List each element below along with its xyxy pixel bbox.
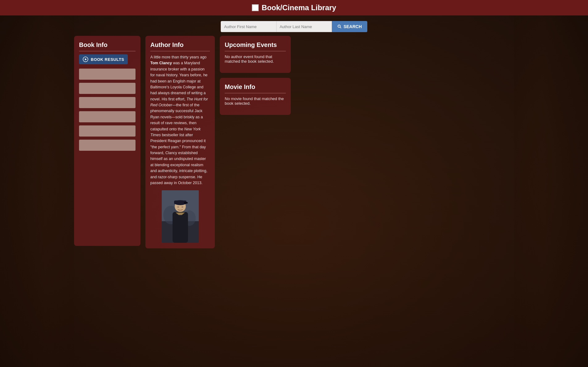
book-result-item-4[interactable] (79, 111, 136, 122)
author-photo-container (150, 190, 210, 243)
author-first-name-input[interactable] (221, 21, 276, 32)
author-photo-svg (162, 190, 199, 243)
book-info-title: Book Info (79, 41, 136, 51)
upcoming-events-panel: Upcoming Events No author event found th… (220, 36, 291, 73)
book-results-button[interactable]: BOOK RESULTS (79, 54, 128, 64)
book-title-italic: The Hunt for Red October (150, 97, 208, 107)
svg-point-13 (177, 206, 179, 208)
search-button[interactable]: SEARCH (332, 21, 367, 32)
search-icon (337, 24, 342, 29)
author-bio-text: A little more than thirty years ago Tom … (150, 54, 210, 186)
svg-point-0 (338, 25, 340, 27)
svg-rect-12 (184, 202, 188, 204)
movie-info-panel: Movie Info No movie found that matched t… (220, 78, 291, 115)
nyt-italic: New York Times (150, 127, 201, 137)
movie-info-no-result: No movie found that matched the book sel… (225, 96, 286, 106)
book-result-item-2[interactable] (79, 83, 136, 94)
svg-rect-8 (173, 212, 188, 243)
app-title: Book/Cinema Library (262, 3, 336, 12)
upcoming-events-title: Upcoming Events (225, 41, 286, 51)
main-background: SEARCH Book Info BOOK RESULTS Author Inf… (0, 15, 588, 367)
content-grid: Book Info BOOK RESULTS Author Info A lit… (0, 36, 588, 248)
svg-line-1 (340, 27, 341, 28)
library-icon (252, 4, 259, 11)
app-header: Book/Cinema Library (0, 0, 588, 15)
search-bar: SEARCH (0, 15, 588, 36)
author-last-name-input[interactable] (276, 21, 332, 32)
movie-info-title: Movie Info (225, 83, 286, 93)
book-results-button-label: BOOK RESULTS (91, 57, 124, 62)
book-result-item-5[interactable] (79, 125, 136, 137)
svg-marker-3 (85, 58, 87, 61)
upcoming-events-no-result: No author event found that matched the b… (225, 54, 286, 64)
author-info-panel: Author Info A little more than thirty ye… (145, 36, 215, 248)
author-photo (162, 190, 199, 243)
book-result-item-6[interactable] (79, 140, 136, 151)
book-info-panel: Book Info BOOK RESULTS (74, 36, 140, 246)
search-button-label: SEARCH (344, 24, 362, 29)
book-result-item-3[interactable] (79, 97, 136, 108)
play-icon (83, 57, 88, 62)
right-panels: Upcoming Events No author event found th… (220, 36, 291, 115)
author-info-title: Author Info (150, 41, 210, 51)
svg-point-14 (181, 206, 183, 208)
author-name-bold: Tom Clancy (150, 61, 172, 65)
book-result-item-1[interactable] (79, 69, 136, 80)
